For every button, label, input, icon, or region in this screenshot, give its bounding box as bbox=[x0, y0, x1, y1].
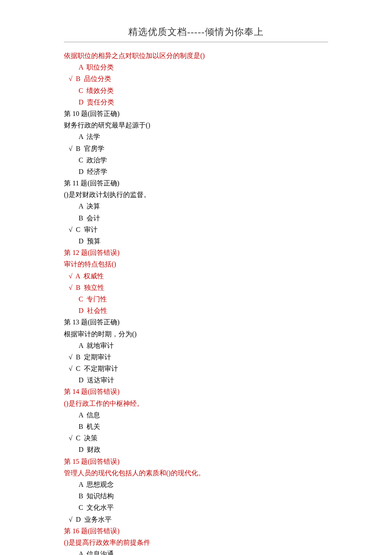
option-label: C 决策 bbox=[76, 434, 98, 442]
option-label: A 法学 bbox=[78, 133, 100, 140]
option-label: D 责任分类 bbox=[78, 98, 114, 106]
option: B 独立性 bbox=[64, 282, 328, 293]
question-header: 第 14 题(回答错误) bbox=[64, 386, 328, 397]
question-text: ()是提高行政效率的前提条件 bbox=[64, 537, 328, 548]
option-label: D 社会性 bbox=[78, 307, 107, 314]
option-label: B 定期审计 bbox=[76, 353, 111, 361]
option: D 经济学 bbox=[64, 166, 328, 177]
option-label: A 就地审计 bbox=[78, 342, 114, 349]
option: C 绩效分类 bbox=[64, 85, 328, 96]
option-label: C 专门性 bbox=[78, 295, 107, 303]
option-label: D 送达审计 bbox=[78, 376, 114, 384]
option: C 政治学 bbox=[64, 154, 328, 166]
option: D 预算 bbox=[64, 235, 328, 247]
option-label: A 决算 bbox=[78, 202, 100, 210]
option: B 定期审计 bbox=[64, 351, 328, 363]
option: D 业务水平 bbox=[64, 514, 328, 525]
question-header: 第 12 题(回答错误) bbox=[64, 247, 328, 258]
question-header: 第 13 题(回答正确) bbox=[64, 316, 328, 328]
question-header: 第 15 题(回答错误) bbox=[64, 456, 328, 467]
option: C 文化水平 bbox=[64, 502, 328, 513]
option-label: A 职位分类 bbox=[78, 64, 114, 71]
option: A 职位分类 bbox=[64, 61, 328, 73]
option-label: D 财政 bbox=[78, 446, 101, 453]
question-header: 第 11 题(回答正确) bbox=[64, 177, 328, 189]
question-text: 管理人员的现代化包括人的素质和()的现代化。 bbox=[64, 467, 328, 479]
option: B 知识结构 bbox=[64, 490, 328, 502]
question-text: 审计的特点包括() bbox=[64, 258, 328, 270]
option-label: B 独立性 bbox=[76, 284, 104, 291]
option-label: C 绩效分类 bbox=[78, 87, 114, 94]
option-label: A 信息沟通 bbox=[78, 550, 114, 555]
option: A 信息沟通 bbox=[64, 548, 328, 555]
question-text: 财务行政的研究最早起源于() bbox=[64, 119, 328, 131]
option: D 社会性 bbox=[64, 305, 328, 316]
option-label: C 审计 bbox=[76, 226, 98, 233]
option-label: C 文化水平 bbox=[78, 504, 114, 511]
option-label: D 经济学 bbox=[78, 168, 107, 175]
question-text: 依据职位的相异之点对职位加以区分的制度是() bbox=[64, 50, 328, 61]
option-label: B 机关 bbox=[78, 423, 100, 430]
option-label: B 品位分类 bbox=[76, 75, 111, 82]
option-label: A 权威性 bbox=[75, 272, 104, 280]
option: A 思想观念 bbox=[64, 479, 328, 490]
question-header: 第 10 题(回答正确) bbox=[64, 108, 328, 119]
option: B 机关 bbox=[64, 421, 328, 432]
option: C 审计 bbox=[64, 224, 328, 235]
question-text: 根据审计的时期，分为() bbox=[64, 328, 328, 340]
option: A 权威性 bbox=[64, 270, 328, 282]
question-header: 第 16 题(回答错误) bbox=[64, 525, 328, 537]
option: D 财政 bbox=[64, 444, 328, 455]
option-label: A 思想观念 bbox=[78, 481, 114, 488]
option-label: A 信息 bbox=[78, 411, 100, 419]
option: A 法学 bbox=[64, 131, 328, 142]
option-label: C 政治学 bbox=[78, 156, 107, 164]
document-page: 精选优质文档-----倾情为你奉上 依据职位的相异之点对职位加以区分的制度是()… bbox=[0, 0, 392, 555]
option-label: D 预算 bbox=[78, 237, 101, 245]
option-label: B 知识结构 bbox=[78, 492, 114, 500]
option: C 专门性 bbox=[64, 293, 328, 305]
question-text: ()是行政工作的中枢神经。 bbox=[64, 398, 328, 409]
option: A 信息 bbox=[64, 409, 328, 421]
option: B 官房学 bbox=[64, 143, 328, 154]
option: C 不定期审计 bbox=[64, 363, 328, 374]
option: A 决算 bbox=[64, 200, 328, 212]
option: A 就地审计 bbox=[64, 340, 328, 351]
page-header: 精选优质文档-----倾情为你奉上 bbox=[64, 26, 328, 42]
option-label: D 业务水平 bbox=[76, 516, 112, 523]
option: C 决策 bbox=[64, 432, 328, 444]
question-text: ()是对财政计划执行的监督。 bbox=[64, 189, 328, 200]
option-label: B 官房学 bbox=[76, 145, 104, 152]
content-area: 依据职位的相异之点对职位加以区分的制度是()A 职位分类B 品位分类C 绩效分类… bbox=[64, 50, 328, 555]
option: D 责任分类 bbox=[64, 96, 328, 108]
option: D 送达审计 bbox=[64, 374, 328, 386]
option: B 品位分类 bbox=[64, 73, 328, 84]
option: B 会计 bbox=[64, 212, 328, 224]
option-label: B 会计 bbox=[78, 214, 100, 222]
option-label: C 不定期审计 bbox=[76, 365, 118, 372]
